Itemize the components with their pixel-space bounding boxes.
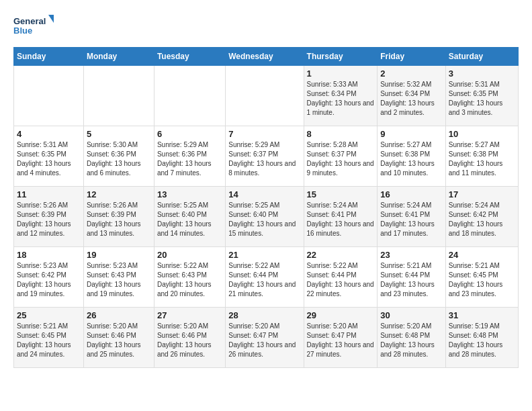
day-cell-2: 2Sunrise: 5:32 AMSunset: 6:34 PMDaylight… bbox=[378, 66, 446, 126]
day-number: 29 bbox=[307, 310, 375, 320]
day-info: Sunrise: 5:22 AMSunset: 6:44 PMDaylight:… bbox=[307, 261, 375, 299]
week-row-1: 1Sunrise: 5:33 AMSunset: 6:34 PMDaylight… bbox=[14, 66, 519, 126]
week-row-2: 4Sunrise: 5:31 AMSunset: 6:35 PMDaylight… bbox=[14, 126, 519, 187]
day-info: Sunrise: 5:24 AMSunset: 6:41 PMDaylight:… bbox=[380, 201, 443, 238]
day-info: Sunrise: 5:24 AMSunset: 6:42 PMDaylight:… bbox=[449, 201, 515, 238]
day-cell-10: 10Sunrise: 5:27 AMSunset: 6:38 PMDayligh… bbox=[445, 126, 518, 187]
svg-marker-2 bbox=[48, 15, 54, 23]
day-cell-empty bbox=[14, 66, 84, 126]
day-info: Sunrise: 5:27 AMSunset: 6:38 PMDaylight:… bbox=[380, 140, 443, 178]
logo: General Blue bbox=[13, 13, 54, 40]
day-cell-21: 21Sunrise: 5:22 AMSunset: 6:44 PMDayligh… bbox=[226, 247, 304, 308]
day-cell-22: 22Sunrise: 5:22 AMSunset: 6:44 PMDayligh… bbox=[304, 247, 378, 308]
day-cell-27: 27Sunrise: 5:20 AMSunset: 6:46 PMDayligh… bbox=[154, 308, 225, 368]
day-info: Sunrise: 5:31 AMSunset: 6:35 PMDaylight:… bbox=[449, 80, 515, 118]
day-cell-empty bbox=[83, 66, 154, 126]
day-cell-8: 8Sunrise: 5:28 AMSunset: 6:37 PMDaylight… bbox=[304, 126, 378, 187]
day-info: Sunrise: 5:26 AMSunset: 6:39 PMDaylight:… bbox=[17, 201, 81, 238]
day-info: Sunrise: 5:21 AMSunset: 6:44 PMDaylight:… bbox=[380, 261, 443, 299]
day-number: 5 bbox=[87, 129, 151, 139]
day-info: Sunrise: 5:25 AMSunset: 6:40 PMDaylight:… bbox=[228, 201, 300, 238]
day-cell-empty bbox=[226, 66, 304, 126]
day-number: 27 bbox=[157, 310, 222, 320]
day-info: Sunrise: 5:20 AMSunset: 6:47 PMDaylight:… bbox=[228, 322, 300, 359]
day-number: 23 bbox=[380, 250, 443, 260]
day-cell-13: 13Sunrise: 5:25 AMSunset: 6:40 PMDayligh… bbox=[154, 187, 225, 247]
day-cell-18: 18Sunrise: 5:23 AMSunset: 6:42 PMDayligh… bbox=[14, 247, 84, 308]
day-info: Sunrise: 5:20 AMSunset: 6:46 PMDaylight:… bbox=[87, 322, 151, 359]
day-number: 10 bbox=[449, 129, 515, 139]
day-info: Sunrise: 5:33 AMSunset: 6:34 PMDaylight:… bbox=[307, 80, 375, 118]
day-number: 4 bbox=[17, 129, 81, 139]
week-row-4: 18Sunrise: 5:23 AMSunset: 6:42 PMDayligh… bbox=[14, 247, 519, 308]
day-cell-28: 28Sunrise: 5:20 AMSunset: 6:47 PMDayligh… bbox=[226, 308, 304, 368]
day-number: 1 bbox=[307, 68, 375, 79]
day-info: Sunrise: 5:22 AMSunset: 6:43 PMDaylight:… bbox=[157, 261, 222, 299]
header: General Blue bbox=[13, 13, 519, 40]
week-row-5: 25Sunrise: 5:21 AMSunset: 6:45 PMDayligh… bbox=[14, 308, 519, 368]
day-cell-20: 20Sunrise: 5:22 AMSunset: 6:43 PMDayligh… bbox=[154, 247, 225, 308]
day-cell-30: 30Sunrise: 5:20 AMSunset: 6:48 PMDayligh… bbox=[378, 308, 446, 368]
day-number: 25 bbox=[17, 310, 81, 320]
day-cell-empty bbox=[154, 66, 225, 126]
day-number: 16 bbox=[380, 189, 443, 199]
day-cell-23: 23Sunrise: 5:21 AMSunset: 6:44 PMDayligh… bbox=[378, 247, 446, 308]
day-number: 13 bbox=[157, 189, 222, 199]
day-info: Sunrise: 5:29 AMSunset: 6:36 PMDaylight:… bbox=[157, 140, 222, 178]
day-cell-31: 31Sunrise: 5:19 AMSunset: 6:48 PMDayligh… bbox=[445, 308, 518, 368]
day-cell-15: 15Sunrise: 5:24 AMSunset: 6:41 PMDayligh… bbox=[304, 187, 378, 247]
day-number: 11 bbox=[17, 189, 81, 199]
header-cell-saturday: Saturday bbox=[445, 48, 518, 66]
day-cell-14: 14Sunrise: 5:25 AMSunset: 6:40 PMDayligh… bbox=[226, 187, 304, 247]
day-number: 8 bbox=[307, 129, 375, 139]
day-info: Sunrise: 5:19 AMSunset: 6:48 PMDaylight:… bbox=[449, 322, 515, 359]
header-cell-thursday: Thursday bbox=[304, 48, 378, 66]
day-cell-11: 11Sunrise: 5:26 AMSunset: 6:39 PMDayligh… bbox=[14, 187, 84, 247]
day-number: 3 bbox=[449, 68, 515, 79]
calendar-table: SundayMondayTuesdayWednesdayThursdayFrid… bbox=[13, 47, 519, 368]
day-number: 15 bbox=[307, 189, 375, 199]
day-number: 7 bbox=[228, 129, 300, 139]
day-number: 14 bbox=[228, 189, 300, 199]
day-number: 2 bbox=[380, 68, 443, 79]
day-info: Sunrise: 5:20 AMSunset: 6:47 PMDaylight:… bbox=[307, 322, 375, 359]
day-info: Sunrise: 5:24 AMSunset: 6:41 PMDaylight:… bbox=[307, 201, 375, 238]
day-number: 12 bbox=[87, 189, 151, 199]
day-cell-16: 16Sunrise: 5:24 AMSunset: 6:41 PMDayligh… bbox=[378, 187, 446, 247]
day-cell-5: 5Sunrise: 5:30 AMSunset: 6:36 PMDaylight… bbox=[83, 126, 154, 187]
day-info: Sunrise: 5:28 AMSunset: 6:37 PMDaylight:… bbox=[307, 140, 375, 178]
header-cell-sunday: Sunday bbox=[14, 48, 84, 66]
header-row: SundayMondayTuesdayWednesdayThursdayFrid… bbox=[14, 48, 519, 66]
day-info: Sunrise: 5:21 AMSunset: 6:45 PMDaylight:… bbox=[17, 322, 81, 359]
day-cell-7: 7Sunrise: 5:29 AMSunset: 6:37 PMDaylight… bbox=[226, 126, 304, 187]
day-number: 19 bbox=[87, 250, 151, 260]
day-number: 6 bbox=[157, 129, 222, 139]
day-cell-25: 25Sunrise: 5:21 AMSunset: 6:45 PMDayligh… bbox=[14, 308, 84, 368]
day-number: 24 bbox=[449, 250, 515, 260]
day-cell-12: 12Sunrise: 5:26 AMSunset: 6:39 PMDayligh… bbox=[83, 187, 154, 247]
logo-svg: General Blue bbox=[13, 13, 54, 40]
day-info: Sunrise: 5:29 AMSunset: 6:37 PMDaylight:… bbox=[228, 140, 300, 178]
day-cell-26: 26Sunrise: 5:20 AMSunset: 6:46 PMDayligh… bbox=[83, 308, 154, 368]
week-row-3: 11Sunrise: 5:26 AMSunset: 6:39 PMDayligh… bbox=[14, 187, 519, 247]
day-info: Sunrise: 5:23 AMSunset: 6:43 PMDaylight:… bbox=[87, 261, 151, 299]
day-info: Sunrise: 5:26 AMSunset: 6:39 PMDaylight:… bbox=[87, 201, 151, 238]
header-cell-tuesday: Tuesday bbox=[154, 48, 225, 66]
svg-text:Blue: Blue bbox=[13, 26, 32, 36]
day-info: Sunrise: 5:22 AMSunset: 6:44 PMDaylight:… bbox=[228, 261, 300, 299]
day-number: 18 bbox=[17, 250, 81, 260]
day-number: 20 bbox=[157, 250, 222, 260]
day-cell-6: 6Sunrise: 5:29 AMSunset: 6:36 PMDaylight… bbox=[154, 126, 225, 187]
day-info: Sunrise: 5:20 AMSunset: 6:48 PMDaylight:… bbox=[380, 322, 443, 359]
svg-text:General: General bbox=[13, 16, 46, 26]
day-number: 26 bbox=[87, 310, 151, 320]
header-cell-friday: Friday bbox=[378, 48, 446, 66]
day-cell-17: 17Sunrise: 5:24 AMSunset: 6:42 PMDayligh… bbox=[445, 187, 518, 247]
day-cell-9: 9Sunrise: 5:27 AMSunset: 6:38 PMDaylight… bbox=[378, 126, 446, 187]
day-cell-19: 19Sunrise: 5:23 AMSunset: 6:43 PMDayligh… bbox=[83, 247, 154, 308]
day-cell-3: 3Sunrise: 5:31 AMSunset: 6:35 PMDaylight… bbox=[445, 66, 518, 126]
day-number: 31 bbox=[449, 310, 515, 320]
day-number: 21 bbox=[228, 250, 300, 260]
day-info: Sunrise: 5:27 AMSunset: 6:38 PMDaylight:… bbox=[449, 140, 515, 178]
day-cell-1: 1Sunrise: 5:33 AMSunset: 6:34 PMDaylight… bbox=[304, 66, 378, 126]
